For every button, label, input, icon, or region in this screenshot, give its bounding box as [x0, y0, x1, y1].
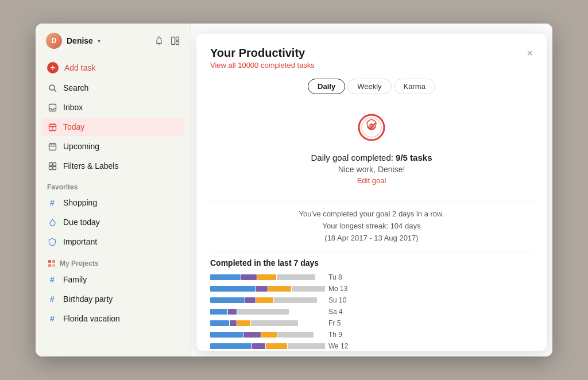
- tab-daily[interactable]: Daily: [308, 79, 345, 94]
- sidebar-item-family[interactable]: # Family: [41, 270, 184, 289]
- svg-rect-2: [176, 37, 179, 41]
- edit-goal-link[interactable]: Edit goal: [357, 176, 386, 185]
- chart-row: We 12: [210, 342, 533, 350]
- productivity-modal: Your Productivity View all 10000 complet…: [196, 34, 547, 351]
- droplet-icon: [47, 217, 57, 227]
- shopping-label: Shopping: [63, 198, 97, 207]
- hash-icon-florida: #: [47, 313, 57, 324]
- bar-label: Sa 4: [328, 308, 346, 316]
- main-content: Your Productivity View all 10000 complet…: [191, 24, 552, 356]
- layout-button[interactable]: [171, 36, 180, 45]
- sidebar: D Denise ▾: [36, 24, 191, 356]
- streak-section: You've completed your goal 2 days in a r…: [210, 208, 533, 244]
- due-today-label: Due today: [63, 218, 100, 227]
- svg-rect-23: [52, 264, 55, 267]
- sidebar-item-filters[interactable]: Filters & Labels: [41, 157, 184, 175]
- divider-1: [210, 201, 533, 201]
- hash-icon-family: #: [47, 274, 57, 285]
- plus-icon: +: [47, 62, 59, 73]
- notifications-button[interactable]: [154, 36, 164, 46]
- bar-label: Fr 5: [328, 319, 346, 327]
- sidebar-header: D Denise ▾: [36, 24, 190, 56]
- goal-value: 9/5 tasks: [396, 153, 432, 162]
- chart-row: Fr 5: [210, 319, 533, 327]
- search-icon: [47, 83, 57, 93]
- add-task-button[interactable]: + Add task: [41, 58, 184, 77]
- chart-row: Su 10: [210, 296, 533, 304]
- svg-rect-21: [52, 260, 55, 263]
- bar-label: Th 9: [328, 331, 346, 339]
- view-completed-link[interactable]: View all 10000 completed tasks: [210, 61, 315, 69]
- search-label: Search: [63, 83, 88, 92]
- modal-title-block: Your Productivity View all 10000 complet…: [210, 46, 315, 69]
- chart-section: Completed in the last 7 days Tu 8Mo 13Su…: [210, 258, 533, 350]
- svg-rect-3: [176, 41, 179, 45]
- sidebar-item-shopping[interactable]: # Shopping: [41, 193, 184, 212]
- birthday-label: Birthday party: [63, 294, 113, 304]
- filters-icon: [47, 161, 57, 171]
- svg-rect-18: [49, 166, 52, 170]
- sidebar-item-florida[interactable]: # Florida vacation: [41, 309, 184, 328]
- streak-line1: You've completed your goal 2 days in a r…: [210, 208, 533, 220]
- streak-line3: (18 Apr 2017 - 13 Aug 2017): [210, 232, 533, 245]
- chart-row: Sa 4: [210, 308, 533, 316]
- bar-label: We 12: [328, 342, 348, 350]
- today-label: Today: [63, 122, 84, 131]
- svg-rect-17: [53, 162, 56, 166]
- sidebar-item-upcoming[interactable]: Upcoming: [41, 137, 184, 156]
- svg-rect-22: [48, 264, 51, 267]
- svg-rect-19: [53, 166, 56, 170]
- user-name: Denise: [67, 36, 93, 45]
- app-window: D Denise ▾: [36, 24, 552, 356]
- svg-text:7: 7: [51, 127, 53, 130]
- modal-body: Daily goal completed: 9/5 tasks Nice wor…: [196, 101, 547, 351]
- medal-icon: [351, 106, 392, 146]
- achievement-section: Daily goal completed: 9/5 tasks Nice wor…: [210, 101, 533, 194]
- hash-icon-birthday: #: [47, 294, 57, 304]
- important-label: Important: [63, 237, 97, 246]
- sidebar-item-due-today[interactable]: Due today: [41, 213, 184, 231]
- sidebar-item-inbox[interactable]: Inbox: [41, 98, 184, 117]
- add-task-label: Add task: [64, 63, 95, 72]
- bar-label: Mo 13: [328, 285, 347, 293]
- modal-header: Your Productivity View all 10000 complet…: [196, 34, 547, 74]
- streak-line2: Your longest streak: 104 days: [210, 220, 533, 232]
- favorites-section-label: Favorites: [41, 176, 184, 193]
- tab-weekly[interactable]: Weekly: [347, 79, 391, 94]
- hash-icon: #: [47, 197, 57, 208]
- today-icon: 7: [47, 122, 57, 132]
- upcoming-icon: [47, 141, 57, 152]
- svg-rect-16: [49, 162, 52, 166]
- header-actions: [154, 36, 180, 46]
- filters-label: Filters & Labels: [63, 161, 118, 170]
- chart-row: Th 9: [210, 331, 533, 339]
- svg-rect-20: [48, 260, 51, 263]
- nice-work-text: Nice work, Denise!: [338, 165, 405, 174]
- chart-rows: Tu 8Mo 13Su 10Sa 4Fr 5Th 9We 12: [210, 273, 533, 350]
- bar-label: Su 10: [328, 296, 346, 304]
- svg-rect-1: [172, 37, 175, 45]
- goal-text: Daily goal completed: 9/5 tasks: [311, 153, 432, 162]
- bar-label: Tu 8: [328, 273, 346, 281]
- divider-2: [210, 251, 533, 251]
- family-label: Family: [63, 275, 87, 284]
- inbox-label: Inbox: [63, 103, 83, 112]
- close-button[interactable]: ×: [527, 48, 533, 60]
- sidebar-item-important[interactable]: Important: [41, 232, 184, 251]
- chart-row: Mo 13: [210, 285, 533, 293]
- chevron-down-icon: ▾: [98, 38, 100, 44]
- florida-label: Florida vacation: [63, 314, 120, 323]
- sidebar-item-today[interactable]: 7 Today: [41, 118, 184, 136]
- sidebar-item-search[interactable]: Search: [41, 79, 184, 97]
- modal-title: Your Productivity: [210, 46, 315, 60]
- svg-rect-12: [49, 144, 56, 150]
- avatar: D: [46, 33, 62, 49]
- svg-line-5: [54, 90, 56, 92]
- upcoming-label: Upcoming: [63, 142, 99, 151]
- chart-row: Tu 8: [210, 273, 533, 281]
- chart-title: Completed in the last 7 days: [210, 258, 533, 267]
- user-menu[interactable]: D Denise ▾: [46, 33, 100, 49]
- tab-karma[interactable]: Karma: [394, 79, 435, 94]
- inbox-icon: [47, 102, 57, 113]
- sidebar-item-birthday[interactable]: # Birthday party: [41, 290, 184, 308]
